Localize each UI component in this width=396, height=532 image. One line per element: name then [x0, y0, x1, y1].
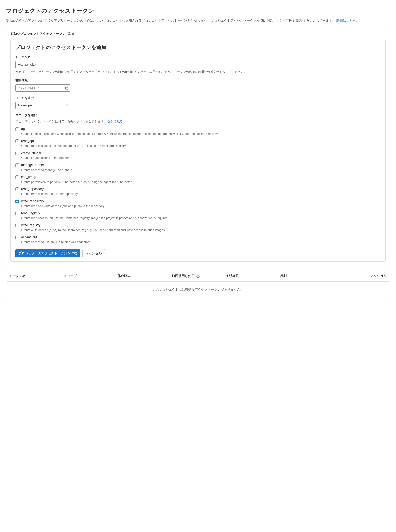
table-empty-message: このプロジェクトには有効なアクセストークンがありません。 [6, 281, 390, 298]
scope-checkbox-write_repository[interactable] [15, 200, 19, 203]
scope-checkbox-read_registry[interactable] [15, 212, 19, 215]
th-last-used: 前回使用した日 [172, 274, 224, 278]
scope-checkbox-manage_runner[interactable] [15, 164, 19, 167]
scope-description: Grants write access (push) to the Contai… [21, 228, 381, 232]
th-created: 作成済み [118, 274, 170, 278]
token-count: 0 [72, 32, 74, 36]
token-name-label: トークン名 [15, 55, 381, 59]
scope-name[interactable]: write_registry [21, 223, 381, 227]
scope-description: Grants read and write access (pull and p… [21, 204, 381, 209]
th-action: アクション [334, 274, 387, 278]
page-title: プロジェクトのアクセストークン [6, 6, 390, 15]
scope-name[interactable]: k8s_proxy [21, 175, 381, 179]
svg-point-9 [198, 277, 198, 277]
scope-checkbox-api[interactable] [15, 127, 19, 131]
scope-name[interactable]: read_repository [21, 187, 381, 191]
scope-item-manage_runner: manage_runnerGrants access to manage the… [15, 163, 381, 172]
cancel-button[interactable]: キャンセル [82, 249, 105, 257]
svg-point-3 [70, 34, 70, 34]
scope-name[interactable]: api [21, 127, 381, 131]
th-name: トークン名 [9, 274, 62, 278]
active-tokens-title: 有効なプロジェクトアクセストークン [10, 31, 66, 36]
scope-name[interactable]: read_api [21, 139, 381, 143]
page-description: GitLab APIへのアクセスが必要なアプリケーションのために、このプロジェク… [6, 18, 390, 23]
scope-item-read_registry: read_registryGrants read access (pull) t… [15, 211, 381, 220]
scope-description: Grants read access (pull) to the Contain… [21, 216, 381, 221]
comment-icon [68, 32, 71, 36]
add-token-form: プロジェクトのアクセストークンを追加 トークン名 例えば、トークンやトークンの目… [10, 40, 386, 262]
th-scopes: スコープ [64, 274, 116, 278]
scopes-help: スコープによって、トークンに付与する権限レベルを設定します。 詳しく見る [15, 119, 381, 124]
scope-item-write_repository: write_repositoryGrants read and write ac… [15, 199, 381, 208]
scope-description: Grants access to manage the runners. [21, 168, 381, 172]
scope-checkbox-k8s_proxy[interactable] [15, 175, 19, 179]
scope-description: Grants complete read and write access to… [21, 132, 381, 136]
scope-item-write_registry: write_registryGrants write access (push)… [15, 223, 381, 232]
role-select[interactable]: Developer [15, 102, 70, 109]
scope-list: apiGrants complete read and write access… [15, 127, 381, 244]
svg-point-2 [69, 34, 70, 34]
scope-description: Grants access to GitLab Duo related API … [21, 240, 381, 244]
table-header-row: トークン名 スコープ 作成済み 前回使用した日 有効期限 役割 アクション [6, 271, 390, 281]
calendar-button[interactable] [64, 85, 70, 91]
form-title: プロジェクトのアクセストークンを追加 [15, 44, 381, 51]
th-role: 役割 [280, 274, 333, 278]
scope-item-create_runner: create_runnerGrants create access to the… [15, 151, 381, 160]
scope-description: Grants read access to the scoped project… [21, 144, 381, 148]
svg-rect-4 [65, 87, 68, 89]
learn-more-link[interactable]: 詳細はこちら。 [337, 19, 359, 22]
token-name-help: 例えば、トークンやトークンの目的を使用するアプリケーションです。すべてのproj… [15, 70, 381, 74]
tokens-card: 有効なプロジェクトアクセストークン 0 プロジェクトのアクセストークンを追加 ト… [6, 28, 390, 266]
scope-name[interactable]: create_runner [21, 151, 381, 155]
scope-description: Grants read access (pull) to the reposit… [21, 192, 381, 196]
scope-checkbox-ai_features[interactable] [15, 236, 19, 239]
scope-item-k8s_proxy: k8s_proxyGrants permission to perform Ku… [15, 175, 381, 184]
scope-item-api: apiGrants complete read and write access… [15, 127, 381, 136]
scope-item-ai_features: ai_featuresGrants access to GitLab Duo r… [15, 235, 381, 244]
role-label: ロールを選択 [15, 96, 381, 100]
create-token-button[interactable]: プロジェクトのアクセストークンを作成 [15, 249, 80, 257]
scope-name[interactable]: manage_runner [21, 163, 381, 167]
scope-name[interactable]: read_registry [21, 211, 381, 215]
page-description-text: GitLab APIへのアクセスが必要なアプリケーションのために、このプロジェク… [6, 19, 336, 22]
scope-description: Grants permission to perform Kubernetes … [21, 180, 381, 184]
scopes-learn-more-link[interactable]: 詳しく見る [108, 120, 123, 123]
scope-checkbox-create_runner[interactable] [15, 152, 19, 155]
scope-description: Grants create access to the runners. [21, 156, 381, 160]
token-table: トークン名 スコープ 作成済み 前回使用した日 有効期限 役割 アクション この… [6, 271, 390, 298]
scope-name[interactable]: ai_features [21, 235, 381, 239]
help-icon[interactable] [196, 274, 200, 278]
token-count-badge: 0 [68, 32, 74, 36]
scopes-label: スコープを選択 [15, 113, 381, 118]
scope-checkbox-read_repository[interactable] [15, 187, 19, 191]
svg-point-1 [69, 34, 69, 34]
calendar-icon [65, 86, 69, 90]
scope-item-read_repository: read_repositoryGrants read access (pull)… [15, 187, 381, 196]
scope-checkbox-read_api[interactable] [15, 139, 19, 143]
scope-name[interactable]: write_repository [21, 199, 381, 204]
token-name-input[interactable] [15, 61, 141, 68]
expires-label: 有効期限 [15, 78, 381, 83]
scope-checkbox-write_registry[interactable] [15, 224, 19, 227]
th-expires: 有効期限 [226, 274, 278, 278]
scope-item-read_api: read_apiGrants read access to the scoped… [15, 139, 381, 148]
expires-input[interactable] [15, 84, 70, 92]
card-header: 有効なプロジェクトアクセストークン 0 [6, 28, 390, 40]
